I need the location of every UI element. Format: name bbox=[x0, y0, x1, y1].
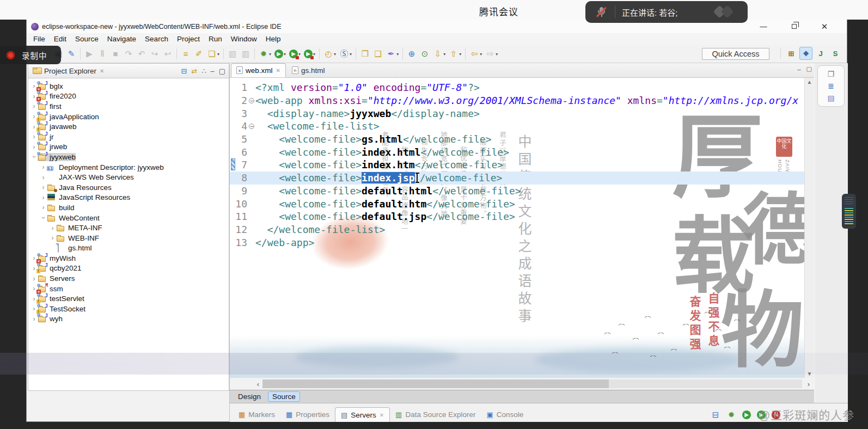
tree-item-javascript-resources[interactable]: ›JavaScript Resources bbox=[28, 193, 229, 203]
suspend-icon[interactable]: Ⅱ bbox=[96, 48, 108, 60]
code-line-13[interactable]: 13</web-app> bbox=[230, 236, 804, 249]
tree-item-servers[interactable]: ›Servers bbox=[28, 273, 229, 284]
tree-item-jr[interactable]: ›Jjr bbox=[28, 132, 229, 142]
panel-tab-servers[interactable]: ▤Servers✕ bbox=[335, 407, 390, 422]
last-edit-location-icon[interactable]: ⇩▾ bbox=[432, 48, 447, 60]
tree-item-meta-inf[interactable]: ›META-INF bbox=[28, 223, 229, 233]
terminate-icon[interactable]: ■ bbox=[109, 48, 121, 60]
save-all-icon[interactable]: ▥ bbox=[240, 48, 252, 60]
tree-item-ssm[interactable]: ›M✕ssm bbox=[28, 284, 229, 294]
tree-item-gs-html[interactable]: gs.html bbox=[28, 243, 229, 254]
code-line-4[interactable]: 4 <welcome-file-list> bbox=[230, 120, 804, 133]
close-button[interactable]: ✕ bbox=[817, 22, 832, 32]
tree-item-java-resources[interactable]: ›Java Resources bbox=[28, 182, 229, 193]
minimize-button[interactable]: — bbox=[756, 22, 771, 30]
back-icon[interactable]: ⇦▾ bbox=[468, 48, 483, 60]
resume-icon[interactable]: ▶ bbox=[83, 48, 95, 60]
search-icon[interactable]: ⊙ bbox=[419, 48, 431, 60]
tree-item-build[interactable]: ›build bbox=[28, 203, 229, 213]
code-editor[interactable]: 厚德载物中国文化HOUDEZAIWU中国传统文化之成语故事君子以厚德载物。般厚实… bbox=[230, 78, 814, 378]
hscroll-thumb[interactable] bbox=[262, 379, 609, 388]
tree-item-deployment-descriptor-jyyxweb[interactable]: ›3.1Deployment Descriptor: jyyxweb bbox=[28, 162, 229, 173]
javaee-perspective-icon[interactable]: ❖ bbox=[799, 47, 812, 60]
menu-project[interactable]: Project bbox=[173, 33, 204, 45]
tree-item-javaweb[interactable]: ›J!javaweb bbox=[28, 121, 229, 132]
menu-navigate[interactable]: Navigate bbox=[103, 33, 140, 45]
save-icon[interactable]: ▥ bbox=[227, 48, 239, 60]
step-over-icon[interactable]: ↶ bbox=[136, 48, 148, 60]
maximize-editor-icon[interactable]: ▢ bbox=[806, 65, 812, 72]
editor-horizontal-scrollbar[interactable]: ‹ › bbox=[230, 378, 814, 390]
export-icon[interactable]: ❑ bbox=[372, 48, 384, 60]
tree-item-wyh[interactable]: ›Jwyh bbox=[28, 314, 229, 324]
code-line-12[interactable]: 12 </welcome-file-list> bbox=[230, 223, 804, 236]
expand-arrow-icon[interactable]: › bbox=[30, 133, 38, 140]
expand-arrow-icon[interactable]: › bbox=[30, 102, 38, 110]
open-perspective-icon[interactable]: ⊞ bbox=[785, 47, 798, 60]
dropdown-arrow-icon[interactable]: ▾ bbox=[334, 52, 336, 57]
expand-arrow-icon[interactable]: › bbox=[40, 214, 47, 222]
editor-tab-web-xml[interactable]: xweb.xml✕ bbox=[231, 63, 286, 77]
scroll-right-icon[interactable]: › bbox=[804, 380, 813, 388]
tree-item-fire2020[interactable]: ›J✕fire2020 bbox=[28, 91, 229, 102]
speaking-indicator-box[interactable]: 正在讲话: 若谷; bbox=[585, 1, 748, 23]
drop-to-frame-icon[interactable]: ↩ bbox=[162, 48, 174, 60]
dropdown-arrow-icon[interactable]: ▾ bbox=[350, 52, 352, 57]
view-menu-icon[interactable]: ∴ bbox=[201, 67, 206, 75]
scroll-up-icon[interactable]: ▲ bbox=[805, 79, 814, 85]
menu-file[interactable]: File bbox=[29, 33, 50, 45]
fold-collapse-icon[interactable] bbox=[249, 124, 254, 129]
close-icon[interactable]: ✕ bbox=[100, 68, 104, 74]
project-explorer-tab[interactable]: Project Explorer ✕ bbox=[33, 67, 104, 75]
code-line-6[interactable]: 6 <welcome-file>index.html</welcome-file… bbox=[230, 145, 804, 158]
editor-vertical-scrollbar[interactable]: ▲ ▼ bbox=[804, 78, 814, 378]
code-line-1[interactable]: 1<?xml version="1.0" encoding="UTF-8"?> bbox=[230, 81, 804, 94]
menu-run[interactable]: Run bbox=[204, 33, 227, 45]
dropdown-arrow-icon[interactable]: ▾ bbox=[217, 52, 219, 57]
expand-arrow-icon[interactable]: › bbox=[30, 315, 38, 323]
tree-item-jax-ws-web-services[interactable]: ›JAX-WS Web Services bbox=[28, 172, 229, 182]
minimized-tray-icon[interactable]: ⊟ bbox=[710, 409, 722, 421]
run-icon[interactable]: ▶▾ bbox=[273, 48, 287, 60]
step-return-icon[interactable]: ↪ bbox=[149, 48, 161, 60]
dropdown-arrow-icon[interactable]: ▾ bbox=[313, 52, 315, 57]
tree-item-testsocket[interactable]: ›J!TestSocket bbox=[28, 304, 229, 314]
expand-arrow-icon[interactable]: › bbox=[49, 234, 56, 242]
tree-item-javaapplication[interactable]: ›J!javaApplication bbox=[28, 112, 229, 122]
templates-view-icon[interactable]: ▤ bbox=[827, 94, 834, 102]
panel-tab-markers[interactable]: ▦Markers bbox=[233, 407, 280, 422]
fold-collapse-icon[interactable] bbox=[249, 98, 254, 103]
minimize-view-icon[interactable]: – bbox=[210, 67, 214, 75]
view-tab-design[interactable]: Design bbox=[234, 392, 265, 401]
pin-editor-icon[interactable]: ✎ bbox=[65, 48, 77, 60]
fold-column[interactable] bbox=[247, 124, 255, 129]
close-icon[interactable]: ✕ bbox=[380, 412, 384, 418]
new-wizard-icon[interactable]: ❏▾ bbox=[206, 48, 221, 60]
panel-tab-data-source-explorer[interactable]: ▥Data Source Explorer bbox=[390, 407, 481, 422]
code-line-3[interactable]: 3 <display-name>jyyxweb</display-name> bbox=[230, 107, 804, 120]
step-into-icon[interactable]: ↷ bbox=[123, 48, 135, 60]
dropdown-arrow-icon[interactable]: ▾ bbox=[269, 52, 271, 57]
code-line-10[interactable]: 10 <welcome-file>default.htm</welcome-fi… bbox=[230, 197, 804, 210]
restore-button[interactable] bbox=[787, 22, 801, 30]
tree-item-qcby2021[interactable]: ›J!qcby2021 bbox=[28, 263, 229, 274]
tree-item-testservlet[interactable]: ›J!testServlet bbox=[28, 293, 229, 304]
expand-arrow-icon[interactable]: › bbox=[40, 194, 47, 201]
new-dynamic-web-project-icon[interactable]: ◴▾ bbox=[322, 48, 337, 60]
java-perspective-icon[interactable]: J bbox=[814, 47, 827, 60]
dropdown-arrow-icon[interactable]: ▾ bbox=[496, 52, 498, 57]
minimize-editor-icon[interactable]: – bbox=[797, 66, 800, 72]
coverage-icon[interactable]: ▶▾ bbox=[288, 48, 302, 60]
dropdown-arrow-icon[interactable]: ▾ bbox=[459, 52, 461, 57]
tree-item-first[interactable]: ›Jfirst bbox=[28, 101, 229, 112]
profile-icon[interactable]: ▶▾ bbox=[303, 48, 316, 60]
open-web-browser-icon[interactable]: ⊕ bbox=[406, 48, 418, 60]
outline-view-icon[interactable]: ≣ bbox=[828, 82, 834, 90]
close-icon[interactable]: ✕ bbox=[276, 68, 280, 73]
editor-tab-gs-html[interactable]: hgs.html bbox=[287, 63, 330, 77]
expand-arrow-icon[interactable]: › bbox=[30, 275, 38, 283]
restore-views-icon[interactable]: ❐ bbox=[828, 70, 835, 78]
expand-arrow-icon[interactable]: › bbox=[49, 224, 56, 232]
code-line-2[interactable]: 2<web-app xmlns:xsi="http://www.w3.org/2… bbox=[230, 94, 804, 107]
quick-access-box[interactable]: Quick Access bbox=[702, 48, 769, 60]
